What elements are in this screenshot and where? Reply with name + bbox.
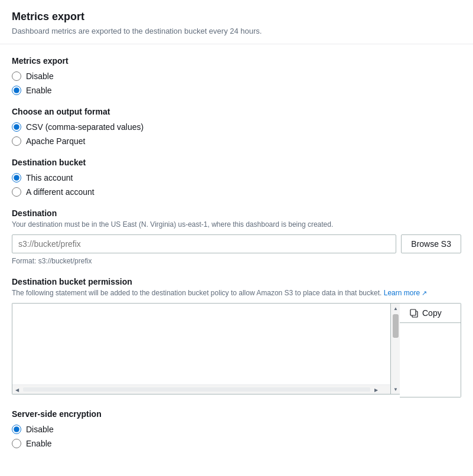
scroll-right-arrow[interactable]: ▶	[371, 385, 381, 394]
code-box: ◀ ▶ ▲ ▼	[12, 303, 400, 395]
header-section: Metrics export Dashboard metrics are exp…	[0, 0, 473, 44]
parquet-radio[interactable]	[12, 136, 21, 146]
parquet-option[interactable]: Apache Parquet	[12, 136, 461, 146]
enc-disable-label: Disable	[26, 425, 54, 434]
enc-disable-radio[interactable]	[12, 425, 21, 434]
scroll-left-arrow[interactable]: ◀	[12, 385, 22, 394]
permission-desc: The following statement will be added to…	[12, 289, 461, 297]
page-container: Metrics export Dashboard metrics are exp…	[0, 0, 473, 476]
this-account-label: This account	[26, 173, 73, 182]
learn-more-link[interactable]: Learn more ↗	[384, 289, 428, 297]
encryption-section: Server-side encryption Disable Enable	[12, 409, 461, 448]
browse-s3-button[interactable]: Browse S3	[401, 234, 461, 253]
permission-section: Destination bucket permission The follow…	[12, 277, 461, 397]
destination-input-row: Browse S3	[12, 234, 461, 253]
destination-title: Destination	[12, 208, 461, 218]
copy-label: Copy	[422, 308, 442, 318]
destination-bucket-label: Destination bucket	[12, 158, 461, 167]
code-inner: ◀ ▶	[12, 304, 390, 394]
v-scroll-track	[391, 313, 400, 384]
metrics-export-disable-label: Disable	[26, 71, 54, 81]
metrics-export-enable-option[interactable]: Enable	[12, 86, 461, 95]
svg-rect-1	[410, 309, 416, 315]
metrics-export-radio-group: Disable Enable	[12, 71, 461, 95]
different-account-radio[interactable]	[12, 187, 21, 197]
copy-panel: Copy	[400, 303, 461, 397]
scroll-corner	[381, 385, 390, 394]
metrics-export-enable-label: Enable	[26, 86, 52, 95]
permission-desc-text: The following statement will be added to…	[12, 289, 381, 297]
horizontal-scrollbar: ◀ ▶	[12, 384, 390, 394]
different-account-option[interactable]: A different account	[12, 187, 461, 197]
destination-bucket-group: Destination bucket This account A differ…	[12, 158, 461, 197]
code-box-wrapper: ◀ ▶ ▲ ▼	[12, 303, 461, 397]
destination-hint: Your destination must be in the US East …	[12, 220, 461, 229]
h-scroll-track	[23, 387, 370, 392]
destination-input[interactable]	[12, 234, 396, 253]
external-link-icon: ↗	[422, 289, 427, 296]
destination-section: Destination Your destination must be in …	[12, 208, 461, 265]
page-title: Metrics export	[12, 11, 461, 23]
copy-button[interactable]: Copy	[400, 304, 461, 323]
scroll-up-arrow[interactable]: ▲	[391, 304, 400, 313]
content-section: Metrics export Disable Enable Choose an …	[0, 44, 473, 460]
metrics-export-disable-option[interactable]: Disable	[12, 71, 461, 81]
destination-bucket-radio-group: This account A different account	[12, 173, 461, 197]
encryption-title: Server-side encryption	[12, 409, 461, 419]
enc-disable-option[interactable]: Disable	[12, 425, 461, 434]
parquet-label: Apache Parquet	[26, 136, 85, 146]
metrics-export-label: Metrics export	[12, 56, 461, 66]
vertical-scrollbar: ▲ ▼	[390, 304, 400, 394]
enc-enable-label: Enable	[26, 439, 52, 448]
permission-title: Destination bucket permission	[12, 277, 461, 286]
csv-label: CSV (comma-separated values)	[26, 122, 143, 132]
different-account-label: A different account	[26, 187, 94, 197]
enc-enable-option[interactable]: Enable	[12, 439, 461, 448]
this-account-option[interactable]: This account	[12, 173, 461, 182]
enc-enable-radio[interactable]	[12, 439, 21, 448]
format-hint: Format: s3://bucket/prefix	[12, 257, 461, 265]
scroll-down-arrow[interactable]: ▼	[391, 384, 400, 394]
output-format-radio-group: CSV (comma-separated values) Apache Parq…	[12, 122, 461, 146]
encryption-radio-group: Disable Enable	[12, 425, 461, 448]
copy-icon	[409, 308, 419, 318]
code-content	[12, 304, 390, 384]
metrics-export-enable-radio[interactable]	[12, 86, 21, 95]
this-account-radio[interactable]	[12, 173, 21, 182]
v-scroll-thumb[interactable]	[393, 314, 399, 338]
metrics-export-group: Metrics export Disable Enable	[12, 56, 461, 95]
metrics-export-disable-radio[interactable]	[12, 71, 21, 81]
output-format-group: Choose an output format CSV (comma-separ…	[12, 107, 461, 146]
csv-option[interactable]: CSV (comma-separated values)	[12, 122, 461, 132]
output-format-label: Choose an output format	[12, 107, 461, 116]
page-subtitle: Dashboard metrics are exported to the de…	[12, 27, 461, 35]
csv-radio[interactable]	[12, 122, 21, 132]
